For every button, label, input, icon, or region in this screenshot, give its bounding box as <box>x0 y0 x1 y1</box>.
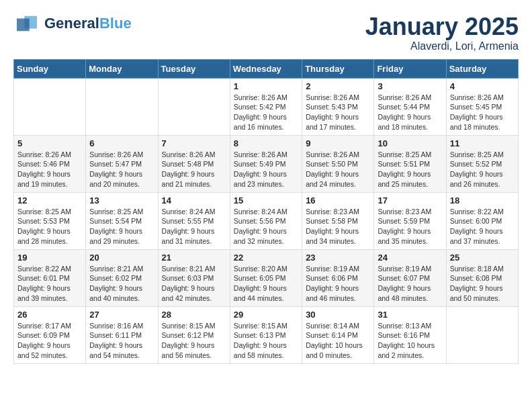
day-number: 7 <box>162 138 226 148</box>
calendar-week-3: 19Sunrise: 8:22 AM Sunset: 6:01 PM Dayli… <box>14 249 519 306</box>
calendar-cell: 28Sunrise: 8:15 AM Sunset: 6:12 PM Dayli… <box>158 306 230 363</box>
logo-name: GeneralBlue <box>44 16 132 31</box>
day-number: 29 <box>234 310 298 320</box>
day-number: 9 <box>306 138 370 148</box>
calendar-cell: 2Sunrise: 8:26 AM Sunset: 5:43 PM Daylig… <box>302 78 374 135</box>
calendar-week-2: 12Sunrise: 8:25 AM Sunset: 5:53 PM Dayli… <box>14 192 519 249</box>
day-info: Sunrise: 8:26 AM Sunset: 5:47 PM Dayligh… <box>89 150 154 189</box>
day-number: 16 <box>306 195 370 205</box>
calendar-cell: 29Sunrise: 8:15 AM Sunset: 6:13 PM Dayli… <box>230 306 302 363</box>
day-info: Sunrise: 8:25 AM Sunset: 5:54 PM Dayligh… <box>89 207 154 246</box>
calendar-week-1: 5Sunrise: 8:26 AM Sunset: 5:46 PM Daylig… <box>14 135 519 192</box>
logo-blue: Blue <box>99 15 132 32</box>
calendar-cell: 22Sunrise: 8:20 AM Sunset: 6:05 PM Dayli… <box>230 249 302 306</box>
calendar-header: Sunday Monday Tuesday Wednesday Thursday… <box>14 59 519 78</box>
day-info: Sunrise: 8:18 AM Sunset: 6:08 PM Dayligh… <box>450 264 515 304</box>
day-info: Sunrise: 8:26 AM Sunset: 5:45 PM Dayligh… <box>450 93 515 132</box>
day-number: 6 <box>89 138 154 148</box>
day-number: 26 <box>17 310 82 320</box>
calendar-cell <box>86 78 158 135</box>
day-number: 18 <box>450 195 515 205</box>
day-info: Sunrise: 8:17 AM Sunset: 6:09 PM Dayligh… <box>17 321 82 361</box>
day-info: Sunrise: 8:25 AM Sunset: 5:51 PM Dayligh… <box>378 150 442 189</box>
calendar-cell <box>158 78 230 135</box>
day-number: 28 <box>162 310 226 320</box>
calendar-cell: 30Sunrise: 8:14 AM Sunset: 6:14 PM Dayli… <box>302 306 374 363</box>
header-row: Sunday Monday Tuesday Wednesday Thursday… <box>14 59 519 78</box>
day-info: Sunrise: 8:22 AM Sunset: 6:01 PM Dayligh… <box>17 264 82 304</box>
day-number: 23 <box>306 253 370 263</box>
day-info: Sunrise: 8:21 AM Sunset: 6:03 PM Dayligh… <box>162 264 226 304</box>
svg-marker-1 <box>17 19 30 32</box>
calendar-cell: 11Sunrise: 8:25 AM Sunset: 5:52 PM Dayli… <box>446 135 518 192</box>
day-info: Sunrise: 8:23 AM Sunset: 5:59 PM Dayligh… <box>378 207 442 246</box>
day-info: Sunrise: 8:26 AM Sunset: 5:42 PM Dayligh… <box>234 93 298 132</box>
calendar-title: January 2025 <box>365 13 519 40</box>
calendar-cell: 18Sunrise: 8:22 AM Sunset: 6:00 PM Dayli… <box>446 192 518 249</box>
day-info: Sunrise: 8:26 AM Sunset: 5:43 PM Dayligh… <box>306 93 370 132</box>
day-info: Sunrise: 8:13 AM Sunset: 6:16 PM Dayligh… <box>378 321 442 361</box>
col-sunday: Sunday <box>14 59 86 78</box>
calendar-week-0: 1Sunrise: 8:26 AM Sunset: 5:42 PM Daylig… <box>14 78 519 135</box>
day-info: Sunrise: 8:26 AM Sunset: 5:44 PM Dayligh… <box>378 93 442 132</box>
calendar-cell: 5Sunrise: 8:26 AM Sunset: 5:46 PM Daylig… <box>14 135 86 192</box>
day-number: 31 <box>378 310 442 320</box>
col-wednesday: Wednesday <box>230 59 302 78</box>
calendar-cell: 31Sunrise: 8:13 AM Sunset: 6:16 PM Dayli… <box>374 306 446 363</box>
calendar-cell: 17Sunrise: 8:23 AM Sunset: 5:59 PM Dayli… <box>374 192 446 249</box>
day-number: 30 <box>306 310 370 320</box>
day-info: Sunrise: 8:14 AM Sunset: 6:14 PM Dayligh… <box>306 321 370 361</box>
calendar-cell: 21Sunrise: 8:21 AM Sunset: 6:03 PM Dayli… <box>158 249 230 306</box>
calendar-cell: 8Sunrise: 8:26 AM Sunset: 5:49 PM Daylig… <box>230 135 302 192</box>
calendar-subtitle: Alaverdi, Lori, Armenia <box>365 40 519 52</box>
day-number: 11 <box>450 138 515 148</box>
day-info: Sunrise: 8:19 AM Sunset: 6:07 PM Dayligh… <box>378 264 442 304</box>
day-info: Sunrise: 8:22 AM Sunset: 6:00 PM Dayligh… <box>450 207 515 246</box>
day-number: 25 <box>450 253 515 263</box>
calendar-cell: 23Sunrise: 8:19 AM Sunset: 6:06 PM Dayli… <box>302 249 374 306</box>
calendar-cell: 20Sunrise: 8:21 AM Sunset: 6:02 PM Dayli… <box>86 249 158 306</box>
calendar-cell: 15Sunrise: 8:24 AM Sunset: 5:56 PM Dayli… <box>230 192 302 249</box>
day-info: Sunrise: 8:20 AM Sunset: 6:05 PM Dayligh… <box>234 264 298 304</box>
col-monday: Monday <box>86 59 158 78</box>
calendar-cell: 6Sunrise: 8:26 AM Sunset: 5:47 PM Daylig… <box>86 135 158 192</box>
calendar-body: 1Sunrise: 8:26 AM Sunset: 5:42 PM Daylig… <box>14 78 519 363</box>
day-number: 21 <box>162 253 226 263</box>
title-block: January 2025 Alaverdi, Lori, Armenia <box>365 13 519 52</box>
day-info: Sunrise: 8:24 AM Sunset: 5:56 PM Dayligh… <box>234 207 298 246</box>
day-number: 15 <box>234 195 298 205</box>
calendar-cell: 1Sunrise: 8:26 AM Sunset: 5:42 PM Daylig… <box>230 78 302 135</box>
day-number: 20 <box>89 253 154 263</box>
day-number: 22 <box>234 253 298 263</box>
calendar-cell: 26Sunrise: 8:17 AM Sunset: 6:09 PM Dayli… <box>14 306 86 363</box>
calendar-cell: 4Sunrise: 8:26 AM Sunset: 5:45 PM Daylig… <box>446 78 518 135</box>
logo-text-block: GeneralBlue <box>44 16 132 31</box>
calendar-cell: 16Sunrise: 8:23 AM Sunset: 5:58 PM Dayli… <box>302 192 374 249</box>
calendar-table: Sunday Monday Tuesday Wednesday Thursday… <box>13 59 519 364</box>
day-info: Sunrise: 8:21 AM Sunset: 6:02 PM Dayligh… <box>89 264 154 304</box>
calendar-cell <box>446 306 518 363</box>
calendar-cell: 12Sunrise: 8:25 AM Sunset: 5:53 PM Dayli… <box>14 192 86 249</box>
col-tuesday: Tuesday <box>158 59 230 78</box>
day-number: 4 <box>450 81 515 91</box>
page: GeneralBlue January 2025 Alaverdi, Lori,… <box>0 0 532 371</box>
col-thursday: Thursday <box>302 59 374 78</box>
day-info: Sunrise: 8:26 AM Sunset: 5:49 PM Dayligh… <box>234 150 298 189</box>
day-number: 3 <box>378 81 442 91</box>
logo: GeneralBlue <box>13 13 132 34</box>
day-info: Sunrise: 8:23 AM Sunset: 5:58 PM Dayligh… <box>306 207 370 246</box>
day-number: 19 <box>17 253 82 263</box>
day-info: Sunrise: 8:25 AM Sunset: 5:52 PM Dayligh… <box>450 150 515 189</box>
day-number: 17 <box>378 195 442 205</box>
day-info: Sunrise: 8:25 AM Sunset: 5:53 PM Dayligh… <box>17 207 82 246</box>
logo-icon <box>13 13 40 34</box>
calendar-cell: 9Sunrise: 8:26 AM Sunset: 5:50 PM Daylig… <box>302 135 374 192</box>
calendar-cell: 14Sunrise: 8:24 AM Sunset: 5:55 PM Dayli… <box>158 192 230 249</box>
day-number: 13 <box>89 195 154 205</box>
calendar-cell: 25Sunrise: 8:18 AM Sunset: 6:08 PM Dayli… <box>446 249 518 306</box>
calendar-cell: 27Sunrise: 8:16 AM Sunset: 6:11 PM Dayli… <box>86 306 158 363</box>
day-number: 8 <box>234 138 298 148</box>
calendar-cell: 7Sunrise: 8:26 AM Sunset: 5:48 PM Daylig… <box>158 135 230 192</box>
day-info: Sunrise: 8:26 AM Sunset: 5:50 PM Dayligh… <box>306 150 370 189</box>
day-info: Sunrise: 8:26 AM Sunset: 5:48 PM Dayligh… <box>162 150 226 189</box>
